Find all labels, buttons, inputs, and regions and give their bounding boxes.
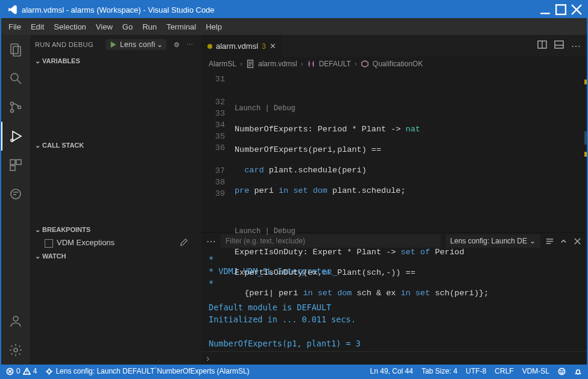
breadcrumb-module[interactable]: DEFAULT: [319, 60, 351, 68]
menu-view[interactable]: View: [91, 20, 118, 34]
edit-icon[interactable]: [180, 238, 188, 248]
breakpoints-label: BREAKPOINTS: [42, 226, 90, 233]
activity-debug[interactable]: [1, 122, 30, 151]
activity-overture[interactable]: [1, 180, 30, 208]
svg-point-16: [11, 189, 21, 199]
method-icon: [361, 60, 369, 68]
svg-line-7: [17, 80, 21, 84]
breadcrumb-file[interactable]: alarm.vdmsl: [258, 60, 297, 68]
activity-settings[interactable]: [1, 336, 30, 365]
debug-header: RUN AND DEBUG Lens confi ⌄ ⚙ ⋯: [30, 35, 201, 54]
status-language[interactable]: VDM-SL: [522, 367, 549, 375]
maximize-button[interactable]: [554, 4, 567, 16]
tab-alarm-vdmsl[interactable]: alarm.vdmsl 3 ✕: [201, 35, 282, 57]
chevron-right-icon: ›: [301, 60, 303, 68]
variables-label: VARIABLES: [42, 57, 80, 64]
svg-point-18: [14, 348, 17, 352]
start-debug-button[interactable]: Lens confi ⌄: [106, 39, 166, 50]
toggle-panel-icon[interactable]: [554, 40, 564, 52]
warning-count: 4: [33, 367, 37, 375]
chevron-down-icon: ⌄: [34, 226, 41, 234]
modified-dot-icon: [207, 44, 212, 49]
menu-file[interactable]: File: [4, 20, 26, 34]
activity-explorer[interactable]: [1, 35, 30, 64]
svg-point-8: [11, 102, 14, 105]
svg-point-17: [13, 316, 18, 321]
code-editor[interactable]: 31 32 33 34 35 36 37 38 39 Launch | Debu…: [201, 71, 587, 232]
statusbar: 0 4 Lens config: Launch DEFAULT`NumberOf…: [1, 365, 587, 378]
activity-extensions[interactable]: [1, 151, 30, 180]
svg-point-45: [560, 371, 561, 371]
status-encoding[interactable]: UTF-8: [466, 367, 486, 375]
debug-config-gear-icon[interactable]: ⚙: [170, 38, 183, 51]
svg-rect-13: [10, 160, 15, 164]
chevron-down-icon: ⌄: [34, 142, 41, 149]
status-feedback-icon[interactable]: [558, 368, 566, 375]
panel-more-icon[interactable]: ⋯: [206, 236, 216, 247]
section-breakpoints[interactable]: ⌄BREAKPOINTS: [30, 223, 201, 236]
codelens[interactable]: Launch | Debug: [235, 227, 296, 236]
split-editor-icon[interactable]: [537, 40, 547, 52]
menu-terminal[interactable]: Terminal: [162, 20, 201, 34]
code-lines[interactable]: Launch | Debug NumberOfExperts: Period *…: [235, 71, 576, 232]
svg-point-12: [11, 139, 13, 142]
breadcrumb-root[interactable]: AlarmSL: [209, 60, 236, 68]
editor-area: alarm.vdmsl 3 ✕ ⋯ AlarmSL › alarm.vdmsl …: [201, 35, 587, 365]
svg-point-44: [558, 368, 564, 374]
debug-more-icon[interactable]: ⋯: [183, 38, 197, 51]
status-launch-config[interactable]: Lens config: Launch DEFAULT`NumberOfExpe…: [45, 367, 249, 375]
codelens[interactable]: Launch | Debug: [235, 104, 296, 113]
section-callstack[interactable]: ⌄CALL STACK: [30, 139, 201, 152]
checkbox[interactable]: [45, 239, 53, 248]
svg-marker-11: [13, 131, 21, 141]
svg-rect-1: [556, 5, 566, 14]
error-icon: [6, 368, 14, 375]
svg-point-39: [48, 369, 51, 373]
tab-bar: alarm.vdmsl 3 ✕ ⋯: [201, 35, 587, 57]
menu-selection[interactable]: Selection: [49, 20, 90, 34]
svg-point-46: [563, 371, 563, 371]
watch-label: WATCH: [42, 252, 66, 260]
svg-point-9: [11, 110, 14, 113]
error-count: 0: [16, 367, 21, 375]
more-actions-icon[interactable]: ⋯: [571, 40, 581, 52]
warning-icon: [23, 368, 31, 375]
chevron-down-icon: ⌄: [34, 252, 41, 260]
chevron-down-icon: ⌄: [157, 40, 163, 49]
status-bell-icon[interactable]: [574, 368, 582, 375]
svg-rect-15: [10, 166, 15, 171]
section-variables[interactable]: ⌄VARIABLES: [30, 54, 201, 67]
chevron-right-icon: ›: [355, 60, 357, 68]
breadcrumb-symbol[interactable]: QualificationOK: [373, 60, 423, 68]
svg-rect-22: [555, 41, 563, 48]
svg-point-6: [11, 74, 18, 81]
activity-scm[interactable]: [1, 93, 30, 122]
status-eol[interactable]: CRLF: [495, 367, 513, 375]
menu-edit[interactable]: Edit: [26, 20, 49, 34]
tab-badge: 3: [262, 42, 266, 51]
activity-account[interactable]: [1, 307, 30, 336]
status-tabsize[interactable]: Tab Size: 4: [422, 367, 457, 375]
close-button[interactable]: [570, 4, 583, 16]
gutter: 31 32 33 34 35 36 37 38 39: [201, 71, 235, 232]
chevron-down-icon: ⌄: [34, 57, 41, 65]
status-problems[interactable]: 0 4: [6, 367, 37, 375]
menu-go[interactable]: Go: [118, 20, 138, 34]
svg-rect-5: [13, 46, 21, 56]
minimize-button[interactable]: [539, 4, 552, 16]
section-watch[interactable]: ⌄WATCH: [30, 249, 201, 263]
menu-run[interactable]: Run: [138, 20, 162, 34]
breakpoint-row[interactable]: VDM Exceptions: [30, 236, 201, 249]
activity-search[interactable]: [1, 64, 30, 93]
breadcrumb[interactable]: AlarmSL › alarm.vdmsl › DEFAULT › Qualif…: [201, 57, 587, 71]
menubar: File Edit Selection View Go Run Terminal…: [1, 18, 587, 35]
svg-marker-19: [111, 42, 116, 48]
close-icon[interactable]: ✕: [270, 42, 276, 51]
status-cursor[interactable]: Ln 49, Col 44: [370, 367, 413, 375]
debug-console-input[interactable]: ›: [201, 351, 587, 365]
menu-help[interactable]: Help: [201, 20, 227, 34]
activity-bar: [1, 35, 30, 365]
minimap[interactable]: [576, 71, 587, 232]
breakpoint-label: VDM Exceptions: [57, 238, 115, 247]
sidebar: RUN AND DEBUG Lens confi ⌄ ⚙ ⋯ ⌄VARIABLE…: [30, 35, 201, 365]
